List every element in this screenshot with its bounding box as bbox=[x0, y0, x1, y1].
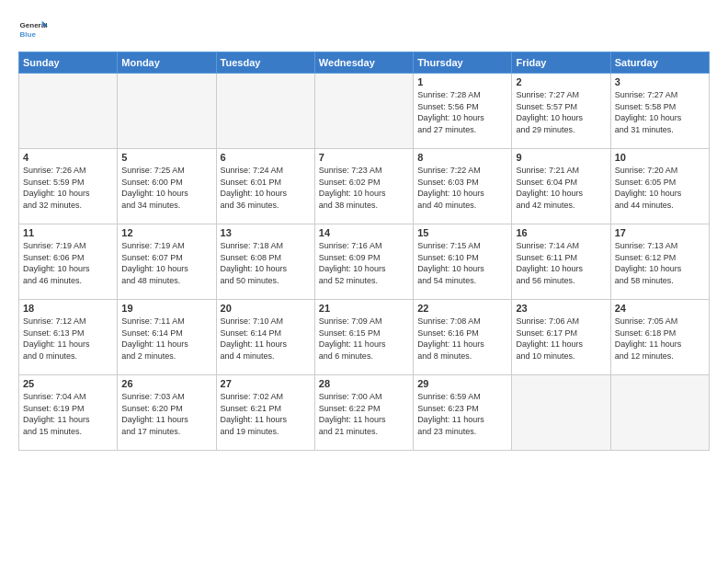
calendar-header-row: SundayMondayTuesdayWednesdayThursdayFrid… bbox=[19, 52, 710, 74]
day-number: 28 bbox=[319, 378, 409, 389]
calendar-cell bbox=[610, 375, 709, 451]
calendar-cell: 18Sunrise: 7:12 AM Sunset: 6:13 PM Dayli… bbox=[19, 300, 118, 375]
day-info: Sunrise: 7:24 AM Sunset: 6:01 PM Dayligh… bbox=[221, 165, 311, 211]
header-tuesday: Tuesday bbox=[216, 52, 314, 74]
day-info: Sunrise: 7:02 AM Sunset: 6:21 PM Dayligh… bbox=[221, 391, 311, 437]
calendar-table: SundayMondayTuesdayWednesdayThursdayFrid… bbox=[18, 52, 710, 451]
calendar-cell bbox=[216, 74, 314, 149]
calendar-cell: 9Sunrise: 7:21 AM Sunset: 6:04 PM Daylig… bbox=[512, 149, 610, 224]
day-info: Sunrise: 6:59 AM Sunset: 6:23 PM Dayligh… bbox=[417, 391, 507, 437]
week-row-2: 11Sunrise: 7:19 AM Sunset: 6:06 PM Dayli… bbox=[19, 224, 710, 300]
day-number: 13 bbox=[221, 227, 311, 238]
header-sunday: Sunday bbox=[19, 52, 118, 74]
day-info: Sunrise: 7:27 AM Sunset: 5:58 PM Dayligh… bbox=[615, 89, 705, 135]
calendar-cell: 5Sunrise: 7:25 AM Sunset: 6:00 PM Daylig… bbox=[118, 149, 216, 224]
day-number: 5 bbox=[121, 152, 211, 163]
calendar-cell: 21Sunrise: 7:09 AM Sunset: 6:15 PM Dayli… bbox=[314, 300, 413, 375]
day-info: Sunrise: 7:03 AM Sunset: 6:20 PM Dayligh… bbox=[121, 391, 211, 437]
day-number: 17 bbox=[615, 227, 705, 238]
day-number: 16 bbox=[516, 227, 606, 238]
calendar-cell: 11Sunrise: 7:19 AM Sunset: 6:06 PM Dayli… bbox=[19, 224, 118, 300]
header-monday: Monday bbox=[118, 52, 216, 74]
calendar-cell: 16Sunrise: 7:14 AM Sunset: 6:11 PM Dayli… bbox=[512, 224, 610, 300]
calendar-cell: 2Sunrise: 7:27 AM Sunset: 5:57 PM Daylig… bbox=[512, 74, 610, 149]
week-row-4: 25Sunrise: 7:04 AM Sunset: 6:19 PM Dayli… bbox=[19, 375, 710, 451]
calendar-cell bbox=[512, 375, 610, 451]
day-number: 8 bbox=[417, 152, 507, 163]
header-wednesday: Wednesday bbox=[314, 52, 413, 74]
day-info: Sunrise: 7:26 AM Sunset: 5:59 PM Dayligh… bbox=[23, 165, 113, 211]
day-info: Sunrise: 7:16 AM Sunset: 6:09 PM Dayligh… bbox=[319, 240, 409, 286]
day-info: Sunrise: 7:08 AM Sunset: 6:16 PM Dayligh… bbox=[417, 316, 507, 362]
header-friday: Friday bbox=[512, 52, 610, 74]
page-header: General Blue bbox=[18, 15, 710, 44]
day-info: Sunrise: 7:14 AM Sunset: 6:11 PM Dayligh… bbox=[516, 240, 606, 286]
calendar-cell: 8Sunrise: 7:22 AM Sunset: 6:03 PM Daylig… bbox=[414, 149, 512, 224]
header-saturday: Saturday bbox=[610, 52, 709, 74]
calendar-cell: 28Sunrise: 7:00 AM Sunset: 6:22 PM Dayli… bbox=[314, 375, 413, 451]
day-info: Sunrise: 7:21 AM Sunset: 6:04 PM Dayligh… bbox=[516, 165, 606, 211]
week-row-3: 18Sunrise: 7:12 AM Sunset: 6:13 PM Dayli… bbox=[19, 300, 710, 375]
day-info: Sunrise: 7:12 AM Sunset: 6:13 PM Dayligh… bbox=[23, 316, 113, 362]
day-number: 11 bbox=[23, 227, 113, 238]
day-number: 1 bbox=[417, 76, 507, 87]
day-number: 18 bbox=[23, 303, 113, 314]
day-number: 21 bbox=[319, 303, 409, 314]
day-info: Sunrise: 7:13 AM Sunset: 6:12 PM Dayligh… bbox=[615, 240, 705, 286]
calendar-cell: 25Sunrise: 7:04 AM Sunset: 6:19 PM Dayli… bbox=[19, 375, 118, 451]
calendar-cell: 19Sunrise: 7:11 AM Sunset: 6:14 PM Dayli… bbox=[118, 300, 216, 375]
day-number: 14 bbox=[319, 227, 409, 238]
logo: General Blue bbox=[18, 15, 48, 44]
calendar-cell: 10Sunrise: 7:20 AM Sunset: 6:05 PM Dayli… bbox=[610, 149, 709, 224]
logo-icon: General Blue bbox=[18, 15, 48, 44]
week-row-0: 1Sunrise: 7:28 AM Sunset: 5:56 PM Daylig… bbox=[19, 74, 710, 149]
calendar-cell: 6Sunrise: 7:24 AM Sunset: 6:01 PM Daylig… bbox=[216, 149, 314, 224]
day-number: 25 bbox=[23, 378, 113, 389]
day-number: 24 bbox=[615, 303, 705, 314]
day-number: 7 bbox=[319, 152, 409, 163]
calendar-cell bbox=[314, 74, 413, 149]
day-number: 15 bbox=[417, 227, 507, 238]
day-number: 6 bbox=[221, 152, 311, 163]
day-info: Sunrise: 7:11 AM Sunset: 6:14 PM Dayligh… bbox=[121, 316, 211, 362]
day-info: Sunrise: 7:15 AM Sunset: 6:10 PM Dayligh… bbox=[417, 240, 507, 286]
calendar-cell: 12Sunrise: 7:19 AM Sunset: 6:07 PM Dayli… bbox=[118, 224, 216, 300]
day-info: Sunrise: 7:05 AM Sunset: 6:18 PM Dayligh… bbox=[615, 316, 705, 362]
day-info: Sunrise: 7:23 AM Sunset: 6:02 PM Dayligh… bbox=[319, 165, 409, 211]
calendar-cell: 14Sunrise: 7:16 AM Sunset: 6:09 PM Dayli… bbox=[314, 224, 413, 300]
day-number: 3 bbox=[615, 76, 705, 87]
calendar-cell: 29Sunrise: 6:59 AM Sunset: 6:23 PM Dayli… bbox=[414, 375, 512, 451]
calendar-cell: 26Sunrise: 7:03 AM Sunset: 6:20 PM Dayli… bbox=[118, 375, 216, 451]
calendar-cell: 13Sunrise: 7:18 AM Sunset: 6:08 PM Dayli… bbox=[216, 224, 314, 300]
calendar-cell: 17Sunrise: 7:13 AM Sunset: 6:12 PM Dayli… bbox=[610, 224, 709, 300]
calendar-cell bbox=[118, 74, 216, 149]
calendar-cell: 24Sunrise: 7:05 AM Sunset: 6:18 PM Dayli… bbox=[610, 300, 709, 375]
day-number: 22 bbox=[417, 303, 507, 314]
day-info: Sunrise: 7:20 AM Sunset: 6:05 PM Dayligh… bbox=[615, 165, 705, 211]
day-number: 9 bbox=[516, 152, 606, 163]
day-info: Sunrise: 7:06 AM Sunset: 6:17 PM Dayligh… bbox=[516, 316, 606, 362]
day-info: Sunrise: 7:00 AM Sunset: 6:22 PM Dayligh… bbox=[319, 391, 409, 437]
svg-text:Blue: Blue bbox=[20, 30, 37, 39]
day-info: Sunrise: 7:19 AM Sunset: 6:06 PM Dayligh… bbox=[23, 240, 113, 286]
day-number: 10 bbox=[615, 152, 705, 163]
day-number: 2 bbox=[516, 76, 606, 87]
calendar-cell: 22Sunrise: 7:08 AM Sunset: 6:16 PM Dayli… bbox=[414, 300, 512, 375]
day-number: 12 bbox=[121, 227, 211, 238]
day-number: 23 bbox=[516, 303, 606, 314]
day-info: Sunrise: 7:28 AM Sunset: 5:56 PM Dayligh… bbox=[417, 89, 507, 135]
day-number: 26 bbox=[121, 378, 211, 389]
calendar-cell: 20Sunrise: 7:10 AM Sunset: 6:14 PM Dayli… bbox=[216, 300, 314, 375]
calendar-cell bbox=[19, 74, 118, 149]
day-number: 20 bbox=[221, 303, 311, 314]
day-info: Sunrise: 7:18 AM Sunset: 6:08 PM Dayligh… bbox=[221, 240, 311, 286]
header-thursday: Thursday bbox=[414, 52, 512, 74]
day-number: 4 bbox=[23, 152, 113, 163]
day-info: Sunrise: 7:19 AM Sunset: 6:07 PM Dayligh… bbox=[121, 240, 211, 286]
calendar-cell: 27Sunrise: 7:02 AM Sunset: 6:21 PM Dayli… bbox=[216, 375, 314, 451]
day-number: 27 bbox=[221, 378, 311, 389]
calendar-cell: 23Sunrise: 7:06 AM Sunset: 6:17 PM Dayli… bbox=[512, 300, 610, 375]
week-row-1: 4Sunrise: 7:26 AM Sunset: 5:59 PM Daylig… bbox=[19, 149, 710, 224]
day-number: 19 bbox=[121, 303, 211, 314]
calendar-cell: 7Sunrise: 7:23 AM Sunset: 6:02 PM Daylig… bbox=[314, 149, 413, 224]
